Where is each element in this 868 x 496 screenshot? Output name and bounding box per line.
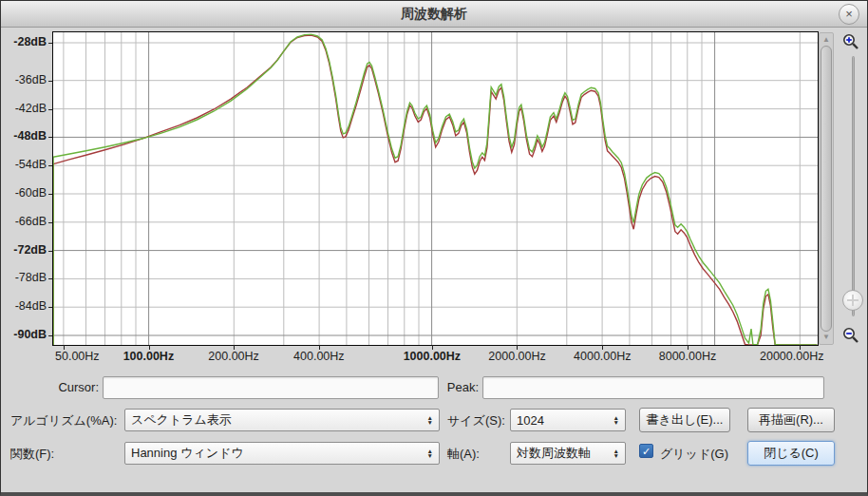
magnifier-plus-icon xyxy=(840,31,861,52)
x-axis-label: 4000.00Hz xyxy=(574,350,631,363)
spinner-arrows-icon: ▲▼ xyxy=(613,415,619,425)
peak-readout-field[interactable] xyxy=(482,376,824,399)
x-axis-tick xyxy=(64,345,65,350)
x-axis-tick xyxy=(602,345,603,350)
grid-checkbox[interactable]: ✓ xyxy=(639,444,653,458)
axis-value: 対数周波数軸 xyxy=(517,445,610,462)
x-axis-label: 50.00Hz xyxy=(55,350,100,363)
y-axis-label: -42dB xyxy=(15,102,47,115)
window-title: 周波数解析 xyxy=(1,6,867,23)
grid-checkbox-label: グリッド(G) xyxy=(660,446,728,463)
algorithm-select[interactable]: スペクトラム表示 ▲▼ xyxy=(124,409,440,431)
x-axis-label: 8000.00Hz xyxy=(659,350,716,363)
x-axis-label: 20000.00Hz xyxy=(760,350,823,363)
y-axis-label: -28dB xyxy=(13,35,47,48)
peak-label: Peak: xyxy=(401,380,479,394)
y-axis-label: -54dB xyxy=(15,158,47,171)
size-select[interactable]: 1024 ▲▼ xyxy=(510,409,626,431)
close-icon: × xyxy=(845,7,853,21)
zoom-in-button[interactable] xyxy=(840,31,861,52)
x-axis-label: 2000.00Hz xyxy=(488,350,545,363)
y-axis-label: -72dB xyxy=(13,243,47,257)
x-axis: 50.00Hz100.00Hz200.00Hz400.00Hz1000.00Hz… xyxy=(1,350,868,365)
x-axis-tick xyxy=(688,345,689,350)
y-axis-tick xyxy=(48,194,52,195)
replot-button[interactable]: 再描画(R)... xyxy=(747,408,835,432)
x-axis-label: 100.00Hz xyxy=(123,350,175,363)
x-axis-tick xyxy=(319,345,320,350)
y-axis-tick xyxy=(48,307,52,308)
zoom-slider[interactable] xyxy=(852,56,855,316)
x-axis-tick xyxy=(234,345,235,350)
scrollbar-thumb[interactable] xyxy=(821,46,832,332)
y-axis-label: -84dB xyxy=(15,299,47,313)
y-axis-label: -66dB xyxy=(15,215,47,228)
function-select[interactable]: Hanning ウィンドウ ▲▼ xyxy=(124,442,440,465)
y-axis-tick xyxy=(48,165,52,166)
x-axis-label: 400.00Hz xyxy=(293,350,345,363)
spectrum-plot-area[interactable] xyxy=(52,31,819,346)
plot-scrollbar[interactable]: ▲ ▼ xyxy=(819,32,834,345)
y-axis-tick xyxy=(48,222,52,223)
algorithm-label: アルゴリズム(%A): xyxy=(10,412,117,429)
x-axis-label: 200.00Hz xyxy=(208,350,259,363)
close-dialog-button[interactable]: 閉じる(C) xyxy=(747,441,835,466)
y-axis: -28dB-36dB-42dB-48dB-54dB-60dB-66dB-72dB… xyxy=(1,1,50,362)
cursor-readout-field[interactable] xyxy=(103,376,439,399)
function-value: Hanning ウィンドウ xyxy=(131,445,424,462)
cursor-label: Cursor: xyxy=(10,380,99,394)
y-axis-tick xyxy=(48,251,52,252)
y-axis-tick xyxy=(48,137,52,138)
y-axis-label: -78dB xyxy=(15,271,47,284)
x-axis-tick xyxy=(149,345,150,350)
x-axis-tick xyxy=(800,345,801,350)
algorithm-value: スペクトラム表示 xyxy=(131,411,424,429)
y-axis-tick xyxy=(48,81,52,82)
size-value: 1024 xyxy=(517,413,610,428)
x-axis-tick xyxy=(517,345,518,350)
zoom-out-button[interactable] xyxy=(840,325,861,346)
close-window-button[interactable]: × xyxy=(839,4,859,25)
export-button[interactable]: 書き出し(E)... xyxy=(639,408,730,432)
spinner-arrows-icon: ▲▼ xyxy=(427,448,433,458)
check-icon: ✓ xyxy=(642,446,651,457)
spinner-arrows-icon: ▲▼ xyxy=(613,448,619,458)
y-axis-label: -90dB xyxy=(13,328,47,341)
axis-label: 軸(A): xyxy=(447,446,480,463)
y-axis-tick xyxy=(48,278,52,279)
x-axis-tick xyxy=(432,345,433,350)
y-axis-tick xyxy=(48,335,52,336)
x-axis-label: 1000.00Hz xyxy=(404,350,461,363)
zoom-slider-thumb[interactable] xyxy=(842,290,863,311)
size-label: サイズ(S): xyxy=(447,412,505,429)
y-axis-label: -48dB xyxy=(13,129,47,143)
y-axis-tick xyxy=(48,43,52,44)
titlebar[interactable]: 周波数解析 × xyxy=(1,1,867,28)
y-axis-label: -36dB xyxy=(15,73,47,86)
frequency-analysis-dialog: 周波数解析 × -28dB-36dB-42dB-48dB-54dB-60dB-6… xyxy=(0,0,868,496)
scroll-down-icon[interactable]: ▼ xyxy=(820,332,833,343)
scroll-up-icon[interactable]: ▲ xyxy=(820,34,833,46)
y-axis-tick xyxy=(48,109,52,110)
y-axis-label: -60dB xyxy=(15,186,47,200)
function-label: 関数(F): xyxy=(10,446,54,463)
axis-select[interactable]: 対数周波数軸 ▲▼ xyxy=(510,442,626,465)
magnifier-minus-icon xyxy=(840,325,861,346)
spinner-arrows-icon: ▲▼ xyxy=(427,415,433,425)
spectrum-plot[interactable] xyxy=(53,32,818,345)
